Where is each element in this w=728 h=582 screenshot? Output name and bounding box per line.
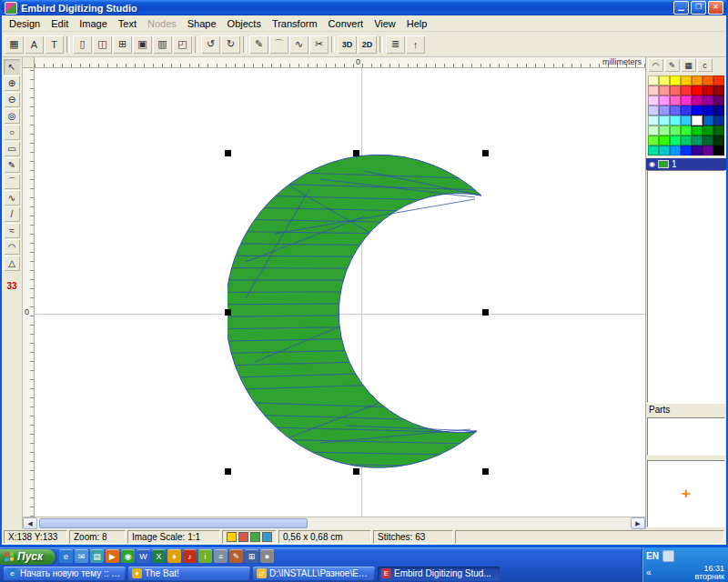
winamp-icon[interactable]: ♪ xyxy=(183,549,197,563)
design-palette-button[interactable]: ▦ xyxy=(5,35,24,54)
knife-tool[interactable]: / xyxy=(4,206,20,222)
select-tool[interactable]: ↖ xyxy=(4,59,20,75)
curve-stitch-button[interactable]: ∿ xyxy=(289,35,308,54)
volume-icon[interactable]: ● xyxy=(260,549,274,563)
zoom-out-tool[interactable]: ⊖ xyxy=(4,92,20,107)
design-canvas[interactable] xyxy=(35,68,645,517)
palette-color-11[interactable] xyxy=(692,85,703,95)
palette-color-30[interactable] xyxy=(670,115,681,125)
palette-color-25[interactable] xyxy=(692,105,703,115)
palette-color-8[interactable] xyxy=(659,85,670,95)
task-button-3[interactable]: EEmbird Digitizing Stud... xyxy=(378,567,500,581)
import-image-button[interactable]: ⊞ xyxy=(113,35,132,54)
color-count-button[interactable]: c xyxy=(697,58,713,72)
palette-color-21[interactable] xyxy=(648,105,659,115)
thread-catalog-button[interactable]: ◠ xyxy=(648,58,663,72)
menu-help[interactable]: Help xyxy=(401,17,433,30)
palette-color-24[interactable] xyxy=(681,105,692,115)
scroll-left-arrow[interactable]: ◀ xyxy=(23,517,37,529)
palette-color-53[interactable] xyxy=(692,146,703,156)
palette-color-5[interactable] xyxy=(703,75,713,85)
print-button[interactable]: ▥ xyxy=(153,35,172,54)
palette-color-36[interactable] xyxy=(659,125,670,135)
palette-color-9[interactable] xyxy=(670,85,681,95)
redo-button[interactable]: ↻ xyxy=(221,35,240,54)
menu-shape[interactable]: Shape xyxy=(182,17,222,30)
palette-color-16[interactable] xyxy=(670,95,681,105)
palette-grid-button[interactable]: ▦ xyxy=(681,58,696,72)
palette-color-46[interactable] xyxy=(692,135,703,146)
palette-color-15[interactable] xyxy=(659,95,670,105)
menu-edit[interactable]: Edit xyxy=(46,17,74,30)
menu-text[interactable]: Text xyxy=(113,17,142,30)
tray-collapse-chevron[interactable]: « xyxy=(646,567,652,577)
copy-button[interactable]: ◰ xyxy=(173,35,192,54)
palette-color-37[interactable] xyxy=(670,125,681,135)
selection-handle-e[interactable] xyxy=(482,309,489,316)
new-design-button[interactable]: ▯ xyxy=(73,35,92,54)
zoom-select-tool[interactable]: ◎ xyxy=(4,108,20,124)
parts-list[interactable] xyxy=(647,417,725,456)
palette-color-34[interactable] xyxy=(713,115,724,125)
view-2d-button[interactable]: 2D xyxy=(358,35,377,54)
freehand-stitch-button[interactable]: ✎ xyxy=(249,35,268,54)
minimize-button[interactable]: ▁ xyxy=(673,1,689,15)
tray-app-icon[interactable] xyxy=(662,550,674,562)
palette-color-43[interactable] xyxy=(659,135,670,146)
fill-tool[interactable]: ≈ xyxy=(4,223,20,238)
palette-color-49[interactable] xyxy=(648,146,659,156)
palette-color-51[interactable] xyxy=(670,146,681,156)
close-button[interactable]: ✕ xyxy=(708,1,723,15)
curve-tool[interactable]: ∿ xyxy=(4,190,20,206)
scroll-track[interactable] xyxy=(37,517,631,529)
freehand-tool[interactable]: ✎ xyxy=(4,157,20,173)
palette-color-7[interactable] xyxy=(648,85,659,95)
palette-color-14[interactable] xyxy=(648,95,659,105)
palette-color-6[interactable] xyxy=(713,75,724,85)
task-button-2[interactable]: ▱D:\INSTALL\Разное\Embird xyxy=(253,567,375,581)
notepad-icon[interactable]: ≡ xyxy=(214,549,228,563)
palette-color-31[interactable] xyxy=(681,115,692,125)
stitch-order-button[interactable]: ≣ xyxy=(386,35,405,54)
menu-convert[interactable]: Convert xyxy=(323,17,369,30)
palette-color-45[interactable] xyxy=(681,135,692,146)
palette-color-33[interactable] xyxy=(703,115,713,125)
zoom-in-tool[interactable]: ⊕ xyxy=(4,75,20,91)
selection-handle-nw[interactable] xyxy=(225,150,231,156)
palette-color-3[interactable] xyxy=(681,75,692,85)
outline-tool[interactable]: ◠ xyxy=(4,239,20,255)
word-icon[interactable]: W xyxy=(136,549,150,563)
palette-color-12[interactable] xyxy=(703,85,713,95)
start-button[interactable]: Пуск xyxy=(0,549,56,565)
messenger-icon[interactable]: ◉ xyxy=(121,549,135,563)
palette-color-47[interactable] xyxy=(703,135,713,146)
menu-objects[interactable]: Objects xyxy=(222,17,267,30)
arc-stitch-button[interactable]: ⌒ xyxy=(269,35,288,54)
task-button-0[interactable]: eНачать новую тему :: В... xyxy=(4,567,126,581)
palette-color-23[interactable] xyxy=(670,105,681,115)
palette-color-32[interactable] xyxy=(692,115,703,125)
palette-color-41[interactable] xyxy=(713,125,724,135)
taskbar-clock[interactable]: 16:31 вторник xyxy=(694,565,724,581)
language-indicator[interactable]: EN xyxy=(646,551,659,561)
selection-handle-se[interactable] xyxy=(482,468,489,475)
selection-handle-w[interactable] xyxy=(225,309,231,316)
show-desktop-icon[interactable]: ▤ xyxy=(90,549,104,563)
menu-design[interactable]: Design xyxy=(4,17,46,30)
palette-color-55[interactable] xyxy=(713,146,724,156)
palette-color-28[interactable] xyxy=(648,115,659,125)
menu-image[interactable]: Image xyxy=(74,17,113,30)
edit-color-button[interactable]: ✎ xyxy=(664,58,680,72)
selection-handle-s[interactable] xyxy=(353,468,359,475)
menu-transform[interactable]: Transform xyxy=(267,17,323,30)
save-design-button[interactable]: ▣ xyxy=(133,35,152,54)
ellipse-tool[interactable]: ○ xyxy=(4,125,20,140)
palette-color-54[interactable] xyxy=(703,146,713,156)
palette-color-26[interactable] xyxy=(703,105,713,115)
palette-color-18[interactable] xyxy=(692,95,703,105)
palette-color-2[interactable] xyxy=(670,75,681,85)
open-design-button[interactable]: ◫ xyxy=(93,35,112,54)
menu-view[interactable]: View xyxy=(369,17,401,30)
monogram-button[interactable]: T xyxy=(45,35,64,54)
palette-color-38[interactable] xyxy=(681,125,692,135)
